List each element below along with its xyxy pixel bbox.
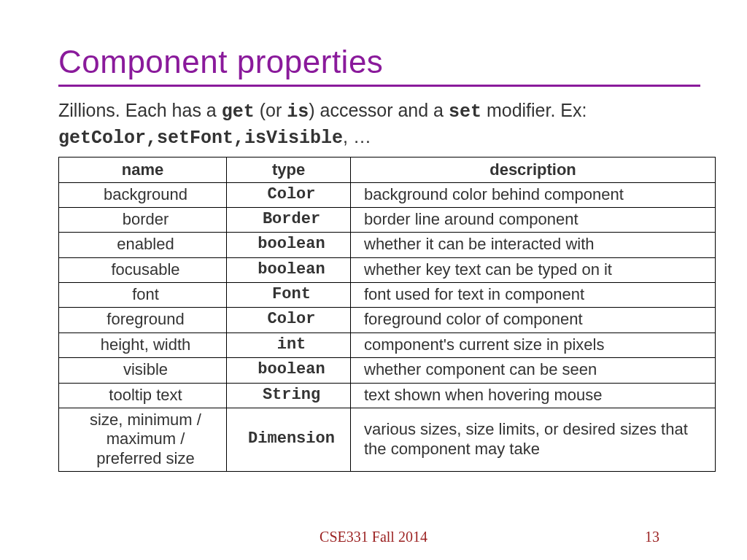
cell-name: tooltip text — [59, 383, 227, 408]
cell-name: size, minimum / maximum / preferred size — [59, 408, 227, 472]
cell-name: visible — [59, 358, 227, 383]
cell-type: Dimension — [227, 408, 351, 472]
table-row: borderBorderborder line around component — [59, 207, 716, 232]
intro-part-1: Zillions. Each has a — [58, 100, 222, 120]
cell-description: whether component can be seen — [351, 358, 716, 383]
cell-description: component's current size in pixels — [351, 332, 716, 357]
cell-description: border line around component — [351, 207, 716, 232]
intro-text: Zillions. Each has a get (or is) accesso… — [58, 98, 700, 151]
table-row: fontFontfont used for text in component — [59, 283, 716, 308]
cell-type: boolean — [227, 257, 351, 282]
table-row: height, widthintcomponent's current size… — [59, 332, 716, 357]
intro-part-4: modifier. Ex: — [481, 100, 587, 120]
footer-page: 13 — [645, 529, 659, 545]
cell-type: Color — [227, 182, 351, 207]
cell-type: String — [227, 383, 351, 408]
cell-description: font used for text in component — [351, 283, 716, 308]
cell-name: background — [59, 182, 227, 207]
table-row: focusablebooleanwhether key text can be … — [59, 257, 716, 282]
table-row: size, minimum / maximum / preferred size… — [59, 408, 716, 472]
code-set: set — [449, 101, 481, 122]
cell-type: boolean — [227, 233, 351, 257]
table-row: enabledbooleanwhether it can be interact… — [59, 233, 716, 257]
intro-part-3: ) accessor and a — [309, 100, 449, 120]
cell-name: enabled — [59, 233, 227, 257]
cell-name: foreground — [59, 308, 227, 332]
header-name: name — [59, 157, 227, 182]
cell-description: foreground color of component — [351, 308, 716, 332]
table-row: visiblebooleanwhether component can be s… — [59, 358, 716, 383]
cell-description: whether it can be interacted with — [351, 233, 716, 257]
cell-description: whether key text can be typed on it — [351, 257, 716, 282]
header-description: description — [351, 157, 716, 182]
intro-tail: , … — [343, 126, 371, 147]
table-row: backgroundColorbackground color behind c… — [59, 182, 716, 207]
code-examples: getColor,setFont,isVisible — [58, 128, 343, 149]
cell-type: int — [227, 332, 351, 357]
footer-course: CSE331 Fall 2014 — [0, 529, 747, 545]
title-rule — [58, 85, 700, 87]
slide: Component properties Zillions. Each has … — [0, 0, 747, 560]
cell-description: text shown when hovering mouse — [351, 383, 716, 408]
cell-type: Border — [227, 207, 351, 232]
cell-type: Font — [227, 283, 351, 308]
cell-name: font — [59, 283, 227, 308]
code-get: get — [222, 101, 255, 122]
cell-name: border — [59, 207, 227, 232]
cell-description: various sizes, size limits, or desired s… — [351, 408, 716, 472]
table-row: foregroundColorforeground color of compo… — [59, 308, 716, 332]
cell-type: boolean — [227, 358, 351, 383]
header-type: type — [227, 157, 351, 182]
properties-table: name type description backgroundColorbac… — [58, 157, 716, 472]
table-row: tooltip textStringtext shown when hoveri… — [59, 383, 716, 408]
cell-type: Color — [227, 308, 351, 332]
cell-description: background color behind component — [351, 182, 716, 207]
intro-part-2: (or — [255, 100, 287, 120]
cell-name: focusable — [59, 257, 227, 282]
cell-name: height, width — [59, 332, 227, 357]
table-header-row: name type description — [59, 157, 716, 182]
code-is: is — [287, 101, 309, 122]
page-title: Component properties — [58, 44, 718, 80]
